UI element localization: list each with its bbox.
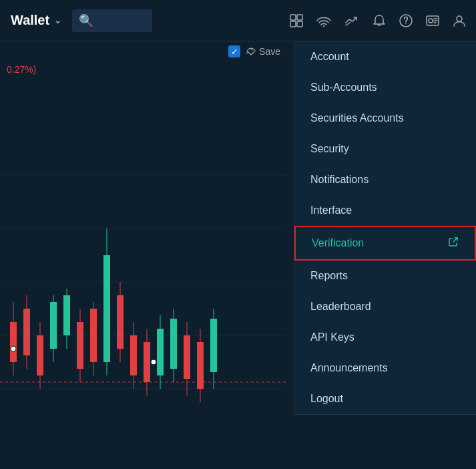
dropdown-item-label: Leaderboard — [310, 301, 371, 313]
dropdown-item-announcements[interactable]: Announcements — [294, 353, 476, 383]
svg-rect-35 — [130, 335, 137, 375]
dropdown-item-verification[interactable]: Verification — [294, 226, 476, 261]
svg-rect-45 — [197, 342, 204, 389]
dropdown-item-label: Account — [310, 51, 349, 63]
dropdown-item-security[interactable]: Security — [294, 134, 476, 164]
svg-rect-1 — [297, 15, 302, 20]
svg-rect-31 — [103, 255, 110, 362]
svg-point-8 — [429, 19, 433, 23]
price-label: 0.27%) — [0, 61, 287, 77]
navbar: Wallet ⌄ 🔍 — [0, 0, 476, 41]
search-icon: 🔍 — [79, 13, 93, 28]
dropdown-menu: AccountSub-AccountsSecurities AccountsSe… — [294, 41, 476, 415]
svg-rect-27 — [77, 322, 83, 369]
external-link-icon — [448, 237, 459, 250]
chevron-down-icon: ⌄ — [54, 15, 61, 25]
dropdown-item-interface[interactable]: Interface — [294, 195, 476, 226]
svg-point-9 — [457, 16, 462, 21]
dropdown-item-label: API Keys — [310, 331, 354, 343]
dropdown-item-leaderboard[interactable]: Leaderboard — [294, 291, 476, 322]
dropdown-item-label: Security — [310, 143, 349, 155]
chart-checkbox[interactable]: ✓ — [228, 45, 240, 57]
svg-rect-23 — [50, 302, 57, 349]
svg-point-6 — [405, 23, 407, 24]
dropdown-item-notifications[interactable]: Notifications — [294, 164, 476, 195]
svg-rect-43 — [184, 335, 190, 379]
svg-rect-0 — [290, 15, 296, 20]
chart-area: ✓ Save 0.27%) — [0, 41, 287, 469]
svg-rect-39 — [157, 329, 164, 375]
wallet-label: Wallet — [11, 13, 49, 28]
svg-rect-33 — [117, 295, 124, 349]
dropdown-item-label: Logout — [310, 393, 343, 405]
svg-rect-47 — [210, 319, 217, 372]
svg-rect-21 — [37, 335, 43, 375]
wallet-brand[interactable]: Wallet ⌄ — [5, 13, 67, 28]
dropdown-item-label: Announcements — [310, 362, 388, 374]
dropdown-item-label: Reports — [310, 270, 348, 282]
signal-icon[interactable] — [312, 9, 336, 32]
dropdown-item-reports[interactable]: Reports — [294, 261, 476, 291]
user-icon[interactable] — [448, 9, 471, 32]
svg-rect-2 — [290, 21, 296, 27]
dropdown-item-logout[interactable]: Logout — [294, 383, 476, 414]
dropdown-item-sub-accounts[interactable]: Sub-Accounts — [294, 72, 476, 103]
dropdown-item-label: Interface — [310, 204, 352, 216]
svg-rect-17 — [10, 322, 17, 362]
dropdown-item-label: Sub-Accounts — [310, 82, 377, 94]
dropdown-item-label: Notifications — [310, 174, 369, 186]
dropdown-item-api-keys[interactable]: API Keys — [294, 322, 476, 353]
dropdown-item-account[interactable]: Account — [294, 41, 476, 72]
dropdown-item-label: Verification — [312, 237, 364, 249]
save-label: Save — [259, 46, 280, 57]
svg-rect-19 — [23, 309, 30, 355]
svg-point-48 — [11, 346, 16, 351]
svg-rect-3 — [297, 21, 302, 27]
svg-rect-37 — [144, 342, 150, 382]
svg-rect-25 — [63, 295, 70, 335]
help-icon[interactable] — [395, 9, 417, 32]
chart-toolbar: ✓ Save — [0, 41, 287, 61]
svg-point-49 — [151, 359, 156, 365]
save-button[interactable]: Save — [246, 46, 280, 57]
svg-point-4 — [323, 25, 324, 26]
id-icon[interactable] — [421, 9, 444, 32]
grid-icon[interactable] — [285, 9, 308, 32]
search-box[interactable]: 🔍 — [72, 9, 152, 32]
svg-rect-29 — [90, 309, 97, 362]
svg-rect-41 — [170, 319, 177, 369]
dropdown-item-label: Securities Accounts — [310, 112, 404, 124]
nav-icons — [285, 9, 471, 32]
dropdown-item-securities-accounts[interactable]: Securities Accounts — [294, 103, 476, 134]
trade-icon[interactable] — [340, 9, 364, 32]
candlestick-chart — [0, 122, 287, 442]
bell-icon[interactable] — [368, 9, 391, 32]
